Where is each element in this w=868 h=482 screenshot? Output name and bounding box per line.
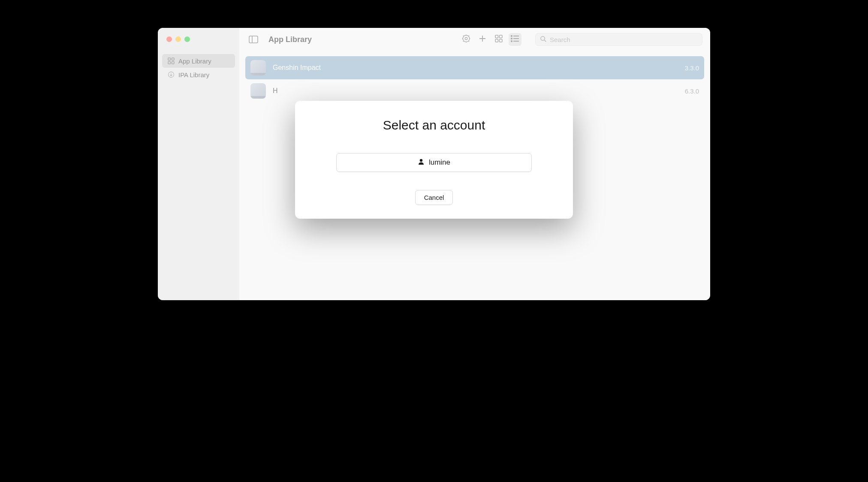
app-window: App Library IPA Library App xyxy=(158,28,710,300)
modal-backdrop: Select an account lumine Cancel xyxy=(158,28,710,300)
modal-title: Select an account xyxy=(316,118,552,133)
account-name-label: lumine xyxy=(429,158,450,167)
account-option-button[interactable]: lumine xyxy=(336,153,532,172)
cancel-button[interactable]: Cancel xyxy=(415,190,453,205)
select-account-modal: Select an account lumine Cancel xyxy=(295,101,573,219)
person-icon xyxy=(418,158,425,167)
cancel-label: Cancel xyxy=(424,194,444,201)
svg-point-23 xyxy=(420,159,422,161)
